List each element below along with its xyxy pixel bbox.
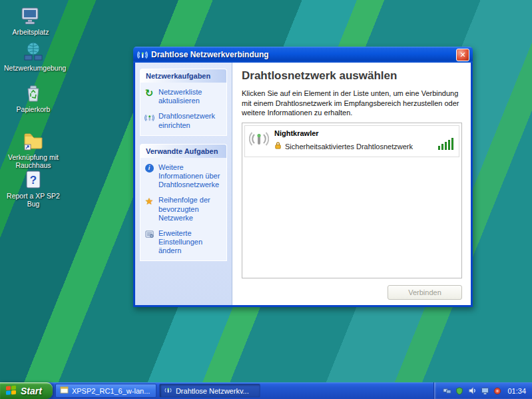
task-setup-wireless-network[interactable]: Drahtlosnetzwerk einrichten bbox=[144, 112, 223, 129]
desktop-icon-label: Arbeitsplatz bbox=[1, 28, 60, 36]
network-info: Nightkrawler Sicherheitsaktiviertes Drah… bbox=[274, 129, 433, 151]
desktop-icon-label: Papierkorb bbox=[4, 105, 63, 113]
desktop-icon-label: Netzwerkumgebung bbox=[4, 64, 63, 72]
settings-icon bbox=[144, 229, 154, 240]
task-button-label: Drahtlose Netzwerkv... bbox=[176, 387, 249, 395]
close-button[interactable]: ✕ bbox=[456, 49, 469, 61]
start-button-label: Start bbox=[21, 386, 42, 396]
tray-display-icon[interactable] bbox=[480, 386, 489, 396]
tray-security-shield-icon[interactable] bbox=[455, 386, 464, 396]
folder-shortcut-icon bbox=[23, 131, 44, 152]
info-icon: i bbox=[144, 163, 154, 174]
desktop-icon-report-bug[interactable]: ? Report a XP SP2 Bug bbox=[4, 169, 63, 208]
windows-flag-icon bbox=[5, 385, 17, 397]
network-item-nightkrawler[interactable]: Nightkrawler Sicherheitsaktiviertes Drah… bbox=[244, 125, 459, 157]
taskbar-task-xpsp2-window[interactable]: XPSP2_RC1_6_w-lan... bbox=[55, 384, 156, 398]
dialog-footer: Verbinden bbox=[242, 278, 462, 300]
task-item-label: Netzwerkliste aktualisieren bbox=[158, 88, 223, 105]
recycle-bin-icon bbox=[23, 83, 44, 104]
taskbar: Start XPSP2_RC1_6_w-lan... Drahtlose Net… bbox=[0, 382, 532, 399]
desktop-icon-arbeitsplatz[interactable]: Arbeitsplatz bbox=[1, 5, 60, 36]
dialog-title: Drahtlose Netzwerkverbindung bbox=[151, 50, 453, 59]
task-button-label: XPSP2_RC1_6_w-lan... bbox=[72, 387, 150, 395]
start-button[interactable]: Start bbox=[0, 382, 53, 399]
task-preferred-network-order[interactable]: ★ Reihenfolge der bevorzugten Netzwerke bbox=[144, 196, 223, 222]
svg-text:?: ? bbox=[30, 174, 37, 187]
task-learn-about-wireless[interactable]: i Weitere Informationen über Drahtlosnet… bbox=[144, 163, 223, 190]
wireless-signal-icon bbox=[249, 129, 269, 153]
tray-volume-icon[interactable] bbox=[467, 386, 477, 396]
task-item-label: Drahtlosnetzwerk einrichten bbox=[158, 112, 223, 129]
dialog-titlebar[interactable]: Drahtlose Netzwerkverbindung ✕ bbox=[133, 47, 473, 63]
task-item-label: Reihenfolge der bevorzugten Netzwerke bbox=[158, 196, 223, 222]
system-tray: 01:34 bbox=[433, 382, 532, 399]
task-item-label: Erweiterte Einstellungen ändern bbox=[158, 229, 223, 256]
network-security-row: Sicherheitsaktiviertes Drahtlosnetzwerk bbox=[274, 141, 433, 151]
star-icon: ★ bbox=[144, 196, 154, 206]
page-title: Drahtlosnetzwerk auswählen bbox=[242, 69, 462, 83]
lock-icon bbox=[274, 141, 282, 151]
description-text: Klicken Sie auf ein Element in der Liste… bbox=[242, 89, 462, 118]
task-item-label: Weitere Informationen über Drahtlosnetzw… bbox=[158, 163, 223, 190]
taskbar-clock[interactable]: 01:34 bbox=[507, 387, 526, 395]
my-computer-icon bbox=[20, 5, 41, 27]
taskbar-task-wireless-dialog[interactable]: Drahtlose Netzwerkv... bbox=[159, 384, 260, 398]
dialog-body: Netzwerkaufgaben ↻ Netzwerkliste aktuali… bbox=[133, 63, 473, 307]
desktop-icon-label: Report a XP SP2 Bug bbox=[4, 192, 63, 208]
wireless-titlebar-icon bbox=[137, 49, 148, 60]
tray-wireless-network-icon[interactable] bbox=[442, 386, 451, 396]
tray-messenger-icon[interactable] bbox=[493, 386, 502, 396]
window-task-icon bbox=[60, 386, 69, 396]
task-advanced-settings[interactable]: Erweiterte Einstellungen ändern bbox=[144, 229, 223, 256]
section-header: Netzwerkaufgaben bbox=[140, 69, 227, 83]
screen: Arbeitsplatz Netzwerkumgebung Papierkorb… bbox=[0, 0, 532, 399]
desktop-icon-label: Verknüpfung mit Rauchhaus bbox=[4, 153, 63, 169]
desktop-icon-netzwerkumgebung[interactable]: Netzwerkumgebung bbox=[4, 41, 63, 72]
network-places-icon bbox=[23, 41, 44, 63]
section-header: Verwandte Aufgaben bbox=[140, 144, 227, 158]
desktop-icon-papierkorb[interactable]: Papierkorb bbox=[4, 83, 63, 113]
refresh-icon: ↻ bbox=[144, 88, 154, 99]
desktop-icon-verknuepfung-rauchhaus[interactable]: Verknüpfung mit Rauchhaus bbox=[4, 131, 63, 169]
section-netzwerkaufgaben: Netzwerkaufgaben ↻ Netzwerkliste aktuali… bbox=[140, 69, 227, 136]
network-security-label: Sicherheitsaktiviertes Drahtlosnetzwerk bbox=[285, 143, 413, 151]
network-ssid: Nightkrawler bbox=[274, 129, 433, 137]
wireless-setup-icon bbox=[144, 112, 154, 123]
wireless-network-dialog: Drahtlose Netzwerkverbindung ✕ Netzwerka… bbox=[133, 47, 473, 307]
help-document-icon: ? bbox=[23, 169, 44, 191]
main-pane: Drahtlosnetzwerk auswählen Klicken Sie a… bbox=[232, 63, 471, 305]
connect-button[interactable]: Verbinden bbox=[388, 285, 462, 300]
section-verwandte-aufgaben: Verwandte Aufgaben i Weitere Information… bbox=[140, 144, 227, 262]
wireless-network-list[interactable]: Nightkrawler Sicherheitsaktiviertes Drah… bbox=[242, 123, 462, 278]
wireless-task-icon bbox=[164, 386, 172, 396]
task-refresh-network-list[interactable]: ↻ Netzwerkliste aktualisieren bbox=[144, 88, 223, 105]
task-pane: Netzwerkaufgaben ↻ Netzwerkliste aktuali… bbox=[135, 63, 232, 305]
signal-strength-indicator bbox=[438, 138, 453, 150]
